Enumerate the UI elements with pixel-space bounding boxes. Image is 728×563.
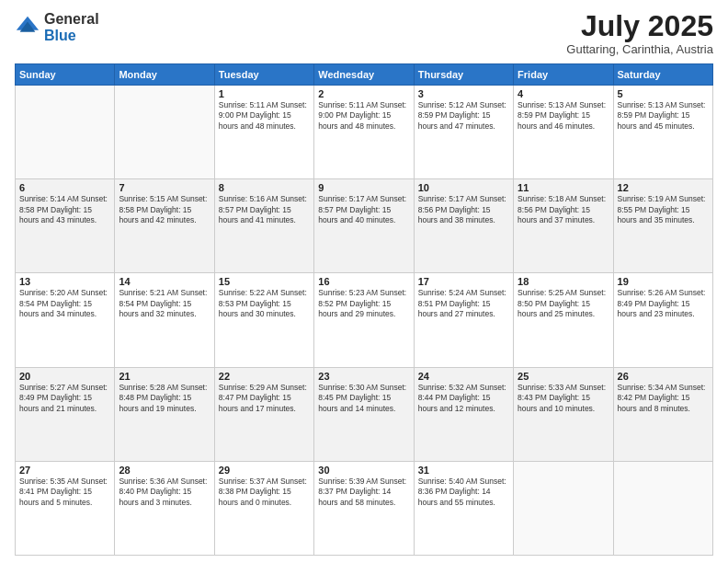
day-info: Sunrise: 5:28 AM Sunset: 8:48 PM Dayligh… bbox=[119, 383, 210, 414]
day-number: 24 bbox=[418, 371, 509, 382]
day-number: 26 bbox=[618, 371, 709, 382]
day-info: Sunrise: 5:34 AM Sunset: 8:42 PM Dayligh… bbox=[618, 383, 709, 414]
day-number: 5 bbox=[618, 88, 709, 99]
day-number: 30 bbox=[318, 465, 409, 476]
calendar-cell: 16Sunrise: 5:23 AM Sunset: 8:52 PM Dayli… bbox=[314, 273, 414, 367]
col-wednesday: Wednesday bbox=[314, 64, 414, 86]
day-info: Sunrise: 5:19 AM Sunset: 8:55 PM Dayligh… bbox=[618, 194, 709, 225]
day-info: Sunrise: 5:26 AM Sunset: 8:49 PM Dayligh… bbox=[618, 288, 709, 319]
calendar-cell: 12Sunrise: 5:19 AM Sunset: 8:55 PM Dayli… bbox=[613, 179, 712, 273]
calendar-cell bbox=[115, 86, 214, 179]
calendar-cell bbox=[613, 461, 712, 555]
day-number: 3 bbox=[418, 88, 509, 99]
header: General Blue July 2025 Guttaring, Carint… bbox=[15, 11, 713, 56]
title-block: July 2025 Guttaring, Carinthia, Austria bbox=[566, 11, 713, 56]
day-info: Sunrise: 5:11 AM Sunset: 9:00 PM Dayligh… bbox=[318, 100, 409, 132]
col-sunday: Sunday bbox=[16, 64, 115, 86]
day-info: Sunrise: 5:37 AM Sunset: 8:38 PM Dayligh… bbox=[219, 477, 310, 508]
day-number: 16 bbox=[318, 276, 409, 287]
day-info: Sunrise: 5:16 AM Sunset: 8:57 PM Dayligh… bbox=[219, 194, 310, 225]
col-friday: Friday bbox=[514, 64, 613, 86]
day-number: 18 bbox=[518, 276, 609, 287]
day-number: 28 bbox=[119, 465, 210, 476]
location-title: Guttaring, Carinthia, Austria bbox=[566, 42, 713, 56]
calendar-cell: 20Sunrise: 5:27 AM Sunset: 8:49 PM Dayli… bbox=[16, 367, 115, 461]
calendar-cell bbox=[16, 86, 115, 179]
month-title: July 2025 bbox=[566, 11, 713, 40]
calendar-cell: 21Sunrise: 5:28 AM Sunset: 8:48 PM Dayli… bbox=[115, 367, 214, 461]
calendar-week-row: 27Sunrise: 5:35 AM Sunset: 8:41 PM Dayli… bbox=[16, 461, 713, 555]
logo-blue: Blue bbox=[44, 28, 99, 44]
calendar-week-row: 1Sunrise: 5:11 AM Sunset: 9:00 PM Daylig… bbox=[16, 86, 713, 179]
day-info: Sunrise: 5:29 AM Sunset: 8:47 PM Dayligh… bbox=[219, 383, 310, 414]
calendar-cell: 28Sunrise: 5:36 AM Sunset: 8:40 PM Dayli… bbox=[115, 461, 214, 555]
day-number: 17 bbox=[418, 276, 509, 287]
day-number: 4 bbox=[518, 88, 609, 99]
day-info: Sunrise: 5:11 AM Sunset: 9:00 PM Dayligh… bbox=[219, 100, 310, 132]
day-number: 27 bbox=[19, 465, 110, 476]
day-info: Sunrise: 5:22 AM Sunset: 8:53 PM Dayligh… bbox=[219, 288, 310, 319]
calendar-header-row: Sunday Monday Tuesday Wednesday Thursday… bbox=[16, 64, 713, 86]
calendar-cell: 24Sunrise: 5:32 AM Sunset: 8:44 PM Dayli… bbox=[414, 367, 513, 461]
day-info: Sunrise: 5:27 AM Sunset: 8:49 PM Dayligh… bbox=[19, 383, 110, 414]
calendar-week-row: 6Sunrise: 5:14 AM Sunset: 8:58 PM Daylig… bbox=[16, 179, 713, 273]
day-number: 22 bbox=[219, 371, 310, 382]
day-number: 8 bbox=[219, 182, 310, 193]
day-info: Sunrise: 5:17 AM Sunset: 8:56 PM Dayligh… bbox=[418, 194, 509, 225]
day-number: 19 bbox=[618, 276, 709, 287]
calendar-cell: 14Sunrise: 5:21 AM Sunset: 8:54 PM Dayli… bbox=[115, 273, 214, 367]
calendar: Sunday Monday Tuesday Wednesday Thursday… bbox=[15, 63, 713, 556]
day-number: 14 bbox=[119, 276, 210, 287]
day-info: Sunrise: 5:30 AM Sunset: 8:45 PM Dayligh… bbox=[318, 383, 409, 414]
day-number: 2 bbox=[318, 88, 409, 99]
day-info: Sunrise: 5:13 AM Sunset: 8:59 PM Dayligh… bbox=[618, 100, 709, 132]
day-number: 7 bbox=[119, 182, 210, 193]
day-number: 15 bbox=[219, 276, 310, 287]
calendar-cell: 2Sunrise: 5:11 AM Sunset: 9:00 PM Daylig… bbox=[314, 86, 414, 179]
day-number: 21 bbox=[119, 371, 210, 382]
calendar-cell: 19Sunrise: 5:26 AM Sunset: 8:49 PM Dayli… bbox=[613, 273, 712, 367]
col-saturday: Saturday bbox=[613, 64, 712, 86]
col-thursday: Thursday bbox=[414, 64, 513, 86]
day-info: Sunrise: 5:21 AM Sunset: 8:54 PM Dayligh… bbox=[119, 288, 210, 319]
calendar-cell: 27Sunrise: 5:35 AM Sunset: 8:41 PM Dayli… bbox=[16, 461, 115, 555]
calendar-cell: 9Sunrise: 5:17 AM Sunset: 8:57 PM Daylig… bbox=[314, 179, 414, 273]
calendar-cell: 11Sunrise: 5:18 AM Sunset: 8:56 PM Dayli… bbox=[514, 179, 613, 273]
day-info: Sunrise: 5:20 AM Sunset: 8:54 PM Dayligh… bbox=[19, 288, 110, 319]
calendar-cell: 29Sunrise: 5:37 AM Sunset: 8:38 PM Dayli… bbox=[214, 461, 313, 555]
calendar-cell: 22Sunrise: 5:29 AM Sunset: 8:47 PM Dayli… bbox=[214, 367, 313, 461]
day-number: 29 bbox=[219, 465, 310, 476]
calendar-cell: 4Sunrise: 5:13 AM Sunset: 8:59 PM Daylig… bbox=[514, 86, 613, 179]
logo-text: General Blue bbox=[44, 11, 99, 43]
day-number: 11 bbox=[518, 182, 609, 193]
calendar-cell: 8Sunrise: 5:16 AM Sunset: 8:57 PM Daylig… bbox=[214, 179, 313, 273]
day-info: Sunrise: 5:14 AM Sunset: 8:58 PM Dayligh… bbox=[19, 194, 110, 225]
day-info: Sunrise: 5:12 AM Sunset: 8:59 PM Dayligh… bbox=[418, 100, 509, 132]
day-info: Sunrise: 5:35 AM Sunset: 8:41 PM Dayligh… bbox=[19, 477, 110, 508]
calendar-cell: 30Sunrise: 5:39 AM Sunset: 8:37 PM Dayli… bbox=[314, 461, 414, 555]
day-number: 10 bbox=[418, 182, 509, 193]
day-info: Sunrise: 5:32 AM Sunset: 8:44 PM Dayligh… bbox=[418, 383, 509, 414]
calendar-cell: 17Sunrise: 5:24 AM Sunset: 8:51 PM Dayli… bbox=[414, 273, 513, 367]
calendar-cell: 18Sunrise: 5:25 AM Sunset: 8:50 PM Dayli… bbox=[514, 273, 613, 367]
day-info: Sunrise: 5:33 AM Sunset: 8:43 PM Dayligh… bbox=[518, 383, 609, 414]
calendar-cell: 7Sunrise: 5:15 AM Sunset: 8:58 PM Daylig… bbox=[115, 179, 214, 273]
day-info: Sunrise: 5:23 AM Sunset: 8:52 PM Dayligh… bbox=[318, 288, 409, 319]
calendar-cell: 25Sunrise: 5:33 AM Sunset: 8:43 PM Dayli… bbox=[514, 367, 613, 461]
calendar-cell: 26Sunrise: 5:34 AM Sunset: 8:42 PM Dayli… bbox=[613, 367, 712, 461]
day-number: 25 bbox=[518, 371, 609, 382]
day-number: 6 bbox=[19, 182, 110, 193]
day-info: Sunrise: 5:18 AM Sunset: 8:56 PM Dayligh… bbox=[518, 194, 609, 225]
logo-icon bbox=[15, 15, 40, 40]
day-number: 1 bbox=[219, 88, 310, 99]
calendar-cell bbox=[514, 461, 613, 555]
calendar-cell: 3Sunrise: 5:12 AM Sunset: 8:59 PM Daylig… bbox=[414, 86, 513, 179]
day-info: Sunrise: 5:40 AM Sunset: 8:36 PM Dayligh… bbox=[418, 477, 509, 508]
day-info: Sunrise: 5:36 AM Sunset: 8:40 PM Dayligh… bbox=[119, 477, 210, 508]
col-monday: Monday bbox=[115, 64, 214, 86]
day-info: Sunrise: 5:13 AM Sunset: 8:59 PM Dayligh… bbox=[518, 100, 609, 132]
day-number: 23 bbox=[318, 371, 409, 382]
day-info: Sunrise: 5:24 AM Sunset: 8:51 PM Dayligh… bbox=[418, 288, 509, 319]
calendar-cell: 1Sunrise: 5:11 AM Sunset: 9:00 PM Daylig… bbox=[214, 86, 313, 179]
page: General Blue July 2025 Guttaring, Carint… bbox=[0, 0, 728, 563]
